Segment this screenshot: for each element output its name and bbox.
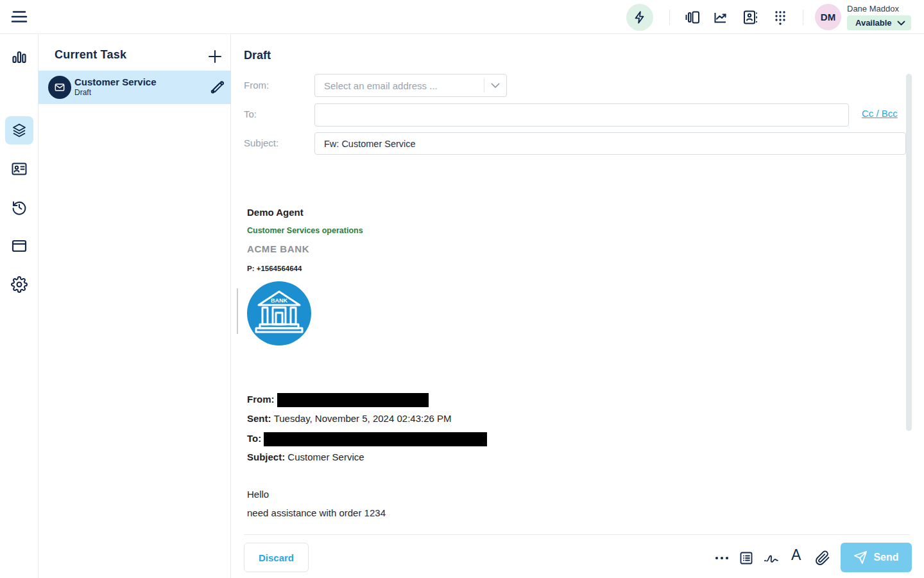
bank-logo-text: BANK <box>271 297 287 304</box>
from-address-select[interactable]: Select an email address ... <box>314 74 507 97</box>
quoted-sent-value: Tuesday, November 5, 2024 02:43:26 PM <box>274 413 452 424</box>
discard-button[interactable]: Discard <box>244 543 309 572</box>
nav-settings-icon[interactable] <box>11 276 28 293</box>
task-item-title: Customer Service <box>74 76 157 87</box>
header-divider <box>669 10 670 25</box>
cc-bcc-link[interactable]: Cc / Bcc <box>862 108 898 119</box>
scrollbar[interactable] <box>906 74 912 431</box>
chevron-down-icon <box>484 83 506 89</box>
user-avatar[interactable]: DM <box>815 4 841 30</box>
line-chart-icon[interactable] <box>712 9 729 26</box>
subject-input[interactable] <box>314 132 906 155</box>
task-panel-title: Current Task <box>55 48 126 62</box>
nav-browser-icon[interactable] <box>11 238 28 254</box>
quote-bar <box>237 288 238 334</box>
task-list-item[interactable]: Customer Service Draft <box>38 71 231 104</box>
quoted-sent-label: Sent: <box>247 413 271 424</box>
signature-name: Demo Agent <box>247 207 304 218</box>
redacted-from-address <box>277 393 429 407</box>
task-item-subtitle: Draft <box>74 88 91 97</box>
availability-dropdown[interactable]: Available <box>847 15 911 30</box>
quoted-sent-row: Sent: Tuesday, November 5, 2024 02:43:26… <box>247 413 452 424</box>
nav-history-icon[interactable] <box>11 199 28 216</box>
quoted-subject-value: Customer Service <box>287 451 364 462</box>
compose-title: Draft <box>244 49 271 62</box>
nav-dashboard-icon[interactable] <box>11 49 28 66</box>
top-header: DM Dane Maddox Available <box>0 0 924 34</box>
signature-phone: P: +1564564644 <box>247 265 302 272</box>
subject-field-label: Subject: <box>244 137 278 148</box>
avatar-initials: DM <box>821 12 835 22</box>
send-plane-icon <box>853 550 868 565</box>
quoted-from-label: From: <box>247 394 275 405</box>
dialpad-icon[interactable] <box>772 9 789 26</box>
chevron-down-icon <box>897 21 905 26</box>
quoted-subject-label: Subject: <box>247 451 285 462</box>
quoted-subject-row: Subject: Customer Service <box>247 451 364 462</box>
body-line: Hello <box>247 489 269 500</box>
availability-status-label: Available <box>855 18 892 28</box>
edit-draft-icon[interactable] <box>209 79 226 96</box>
email-body-editor[interactable]: Demo Agent Customer Services operations … <box>244 157 906 534</box>
from-field-label: From: <box>244 80 269 91</box>
attachment-icon[interactable] <box>815 550 830 566</box>
user-name: Dane Maddox <box>847 4 899 13</box>
hamburger-menu-icon[interactable] <box>10 8 28 25</box>
task-panel <box>38 34 231 578</box>
font-format-icon[interactable]: A <box>791 548 801 563</box>
contacts-book-icon[interactable] <box>742 9 758 26</box>
quoted-to-row: To: <box>247 432 487 446</box>
to-field-label: To: <box>244 109 257 119</box>
add-task-button[interactable] <box>207 48 223 65</box>
app-window: DM Dane Maddox Available Cu <box>0 0 924 578</box>
to-recipients-input[interactable] <box>314 103 849 127</box>
panels-view-icon[interactable] <box>684 9 701 26</box>
send-button[interactable]: Send <box>841 543 912 572</box>
signature-icon[interactable] <box>763 550 778 566</box>
nav-contacts-icon[interactable] <box>11 161 28 177</box>
lightning-icon <box>633 10 647 24</box>
redacted-to-address <box>264 432 487 446</box>
from-select-placeholder: Select an email address ... <box>315 80 484 91</box>
more-options-icon[interactable] <box>714 552 730 568</box>
quoted-from-row: From: <box>247 393 429 407</box>
signature-role: Customer Services operations <box>247 226 363 235</box>
left-nav-rail <box>0 34 38 578</box>
quoted-to-label: To: <box>247 433 261 444</box>
nav-tasks-icon[interactable] <box>11 122 28 139</box>
quick-actions-button[interactable] <box>626 4 653 31</box>
body-line: need assistance with order 1234 <box>247 507 386 518</box>
footer-divider <box>244 534 910 535</box>
send-button-label: Send <box>873 552 898 563</box>
bank-logo: BANK <box>247 281 311 346</box>
header-divider <box>803 10 803 25</box>
email-task-icon <box>48 76 71 99</box>
template-list-icon[interactable] <box>739 550 754 566</box>
signature-company: ACME BANK <box>247 243 309 254</box>
